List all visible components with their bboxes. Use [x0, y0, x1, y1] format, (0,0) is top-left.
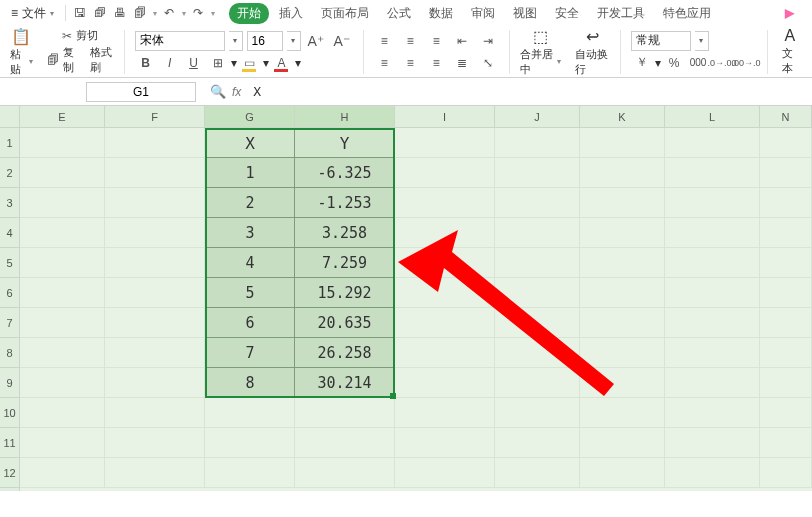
- cell[interactable]: [760, 128, 812, 158]
- cell[interactable]: [105, 368, 205, 398]
- cell[interactable]: [395, 188, 495, 218]
- tab-view[interactable]: 视图: [505, 3, 545, 24]
- cell[interactable]: [665, 128, 760, 158]
- cell[interactable]: [20, 368, 105, 398]
- comma-icon[interactable]: 000: [687, 53, 709, 73]
- align-center-icon[interactable]: ≡: [399, 53, 421, 73]
- cell[interactable]: 4: [205, 248, 295, 278]
- cell[interactable]: [105, 398, 205, 428]
- tab-review[interactable]: 审阅: [463, 3, 503, 24]
- cell[interactable]: [105, 428, 205, 458]
- cell[interactable]: [20, 428, 105, 458]
- cell[interactable]: [665, 308, 760, 338]
- cell[interactable]: [495, 278, 580, 308]
- name-box[interactable]: [86, 82, 196, 102]
- print-icon[interactable]: 🖶: [112, 5, 128, 21]
- align-middle-icon[interactable]: ≡: [399, 31, 421, 51]
- cell[interactable]: [665, 248, 760, 278]
- decrease-decimal-icon[interactable]: .00→.0: [735, 53, 757, 73]
- cell[interactable]: [495, 458, 580, 488]
- cell[interactable]: [395, 248, 495, 278]
- cell[interactable]: [495, 308, 580, 338]
- tab-security[interactable]: 安全: [547, 3, 587, 24]
- cell[interactable]: [395, 368, 495, 398]
- tab-insert[interactable]: 插入: [271, 3, 311, 24]
- fx-icon[interactable]: fx: [232, 85, 241, 99]
- cell[interactable]: [665, 368, 760, 398]
- cell[interactable]: [205, 398, 295, 428]
- chevron-down-icon[interactable]: ▾: [211, 9, 215, 18]
- cell[interactable]: [665, 458, 760, 488]
- cell[interactable]: [580, 308, 665, 338]
- cell[interactable]: [495, 398, 580, 428]
- indent-increase-icon[interactable]: ⇥: [477, 31, 499, 51]
- chevron-down-icon[interactable]: ▾: [182, 9, 186, 18]
- cell[interactable]: [580, 398, 665, 428]
- column-header[interactable]: H: [295, 106, 395, 127]
- tab-data[interactable]: 数据: [421, 3, 461, 24]
- align-justify-icon[interactable]: ≣: [451, 53, 473, 73]
- cell[interactable]: [495, 338, 580, 368]
- font-color-icon[interactable]: A: [271, 53, 293, 73]
- row-header[interactable]: 5: [0, 248, 19, 278]
- cell[interactable]: [665, 428, 760, 458]
- font-name-input[interactable]: [135, 31, 225, 51]
- cell[interactable]: -1.253: [295, 188, 395, 218]
- currency-icon[interactable]: ￥: [631, 53, 653, 73]
- row-header[interactable]: 10: [0, 398, 19, 428]
- cell[interactable]: 2: [205, 188, 295, 218]
- cell[interactable]: [580, 368, 665, 398]
- cell[interactable]: [20, 218, 105, 248]
- cell[interactable]: [20, 128, 105, 158]
- cell[interactable]: [760, 218, 812, 248]
- tab-start[interactable]: 开始: [229, 3, 269, 24]
- cells-area[interactable]: X Y 1 -6.325 2 -1.253: [20, 128, 812, 491]
- column-header[interactable]: G: [205, 106, 295, 127]
- cell[interactable]: Y: [295, 128, 395, 158]
- italic-icon[interactable]: I: [159, 53, 181, 73]
- chevron-down-icon[interactable]: ▾: [695, 31, 709, 51]
- border-icon[interactable]: ⊞: [207, 53, 229, 73]
- cell[interactable]: [105, 188, 205, 218]
- chevron-down-icon[interactable]: ▾: [263, 56, 269, 70]
- cell[interactable]: 5: [205, 278, 295, 308]
- search-icon[interactable]: 🔍: [210, 84, 226, 99]
- cell[interactable]: [580, 458, 665, 488]
- preview-icon[interactable]: 🗐: [132, 5, 148, 21]
- cell[interactable]: [20, 248, 105, 278]
- cell[interactable]: [665, 218, 760, 248]
- cell[interactable]: [495, 428, 580, 458]
- cell[interactable]: 20.635: [295, 308, 395, 338]
- chevron-down-icon[interactable]: ▾: [295, 56, 301, 70]
- row-header[interactable]: 11: [0, 428, 19, 458]
- cell[interactable]: [295, 398, 395, 428]
- cell[interactable]: [760, 338, 812, 368]
- cell[interactable]: [495, 248, 580, 278]
- cell[interactable]: 7: [205, 338, 295, 368]
- cell[interactable]: [580, 248, 665, 278]
- cut-label[interactable]: 剪切: [76, 28, 98, 43]
- select-all-corner[interactable]: [0, 106, 19, 128]
- cell[interactable]: [665, 158, 760, 188]
- cell[interactable]: [105, 128, 205, 158]
- cell[interactable]: [105, 158, 205, 188]
- cell[interactable]: [105, 308, 205, 338]
- column-header[interactable]: I: [395, 106, 495, 127]
- cell[interactable]: [105, 248, 205, 278]
- chevron-down-icon[interactable]: ▾: [231, 56, 237, 70]
- cell[interactable]: [760, 398, 812, 428]
- redo-icon[interactable]: ↷: [190, 5, 206, 21]
- cell[interactable]: [760, 188, 812, 218]
- cell[interactable]: 30.214: [295, 368, 395, 398]
- chevron-down-icon[interactable]: ▾: [153, 9, 157, 18]
- cell[interactable]: [495, 128, 580, 158]
- cell[interactable]: [760, 308, 812, 338]
- chevron-down-icon[interactable]: ▾: [229, 31, 243, 51]
- row-header[interactable]: 12: [0, 458, 19, 488]
- cell[interactable]: 8: [205, 368, 295, 398]
- cell[interactable]: [580, 428, 665, 458]
- orientation-icon[interactable]: ⤡: [477, 53, 499, 73]
- cell[interactable]: [20, 338, 105, 368]
- cell[interactable]: [295, 458, 395, 488]
- save-icon[interactable]: 🖫: [72, 5, 88, 21]
